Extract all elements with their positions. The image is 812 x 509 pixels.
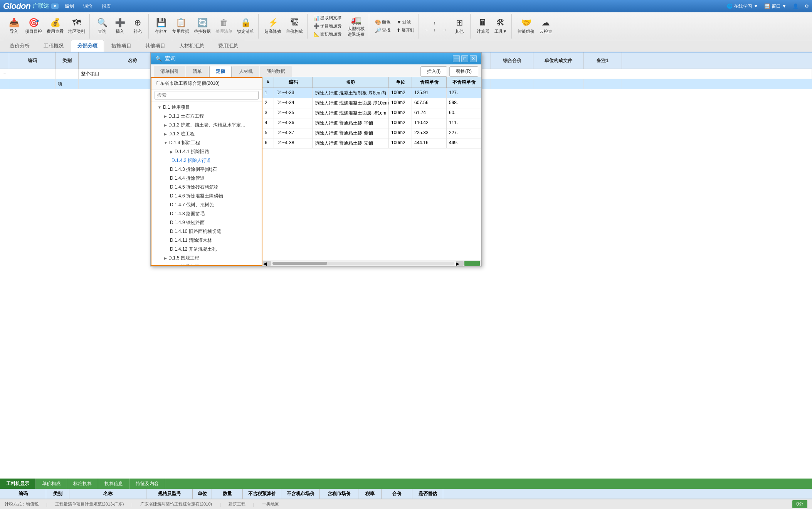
calculator-btn[interactable]: 🖩 计算器 bbox=[474, 16, 491, 37]
other-btn[interactable]: ⊞ 其他 bbox=[451, 16, 468, 37]
supplement-btn[interactable]: ⊕ 补充 bbox=[129, 16, 146, 37]
tree-item-d1-4[interactable]: ▼ D.1.4 拆除工程 bbox=[151, 138, 262, 147]
search-input[interactable] bbox=[155, 91, 259, 99]
bottom-tab-standard-convert[interactable]: 标准换算 bbox=[67, 479, 98, 489]
region-btn[interactable]: 🗺 地区类别 bbox=[66, 16, 87, 37]
save-btn[interactable]: 💾 存档▼ bbox=[153, 16, 170, 37]
tree-item-d1-4-6[interactable]: D.1.4.6 拆除混凝土障碍物 bbox=[151, 192, 262, 201]
tree-item-d1-4-11[interactable]: D.1.4.11 清除灌木林 bbox=[151, 236, 262, 245]
tree-label-d1-3: D.1.3 桩工程 bbox=[168, 131, 195, 137]
row-comp-total[interactable] bbox=[491, 79, 533, 89]
dialog-tab-materials[interactable]: 人材机 bbox=[232, 66, 259, 77]
scroll-thumb-right[interactable]: ▶ bbox=[456, 261, 464, 266]
tree-item-d1-1[interactable]: ▶ D.1.1 土石方工程 bbox=[151, 112, 262, 121]
dialog-minimize-btn[interactable]: — bbox=[453, 55, 460, 62]
tree-item-d1-6[interactable]: ▶ D.1.6 脚手架工程 bbox=[151, 263, 262, 265]
bottom-tab-convert-info[interactable]: 换算信息 bbox=[98, 479, 129, 489]
right-row[interactable]: 2 D1~4-34 拆除人行道 现浇混凝土面层 厚10cm内 100m2 607… bbox=[262, 98, 481, 108]
import-btn[interactable]: 📥 导入 bbox=[5, 16, 22, 37]
settings-btn[interactable]: ⚙ bbox=[805, 3, 809, 9]
tree-item-d1-4-3[interactable]: D.1.4.3 拆除侧平(缘)石 bbox=[151, 165, 262, 174]
row-minus[interactable]: － bbox=[0, 69, 9, 79]
reuse-btn[interactable]: 📋 复用数据 bbox=[170, 16, 191, 37]
tree-item-d1-4-2[interactable]: D.1.4.2 拆除人行道 bbox=[151, 156, 262, 165]
dialog-title-right: — □ ✕ bbox=[453, 55, 477, 62]
tree-item-d1-4-5[interactable]: D.1.4.5 拆除砖石构筑物 bbox=[151, 183, 262, 192]
lock-btn[interactable]: 🔒 锁定清单 bbox=[235, 16, 256, 37]
right-row[interactable]: 4 D1~4-36 拆除人行道 普通粘土砖 平铺 100m2 110.42 11… bbox=[262, 118, 481, 128]
dialog-maximize-btn[interactable]: □ bbox=[461, 55, 468, 62]
scroll-thumb-left[interactable]: ◀ bbox=[263, 261, 271, 266]
bottom-tab-unit-price[interactable]: 单价构成 bbox=[36, 479, 67, 489]
efficiency-btn[interactable]: ⚡ 超高降效 bbox=[262, 16, 283, 37]
dialog-replace-btn[interactable]: 替换(R) bbox=[449, 66, 478, 77]
dialog-tab-quota[interactable]: 定额 bbox=[209, 66, 232, 77]
bottom-tab-labor[interactable]: 工料机显示 bbox=[0, 479, 36, 489]
tab-partial-items[interactable]: 分部分项 bbox=[71, 40, 104, 52]
bottom-tab-feature[interactable]: 特征及内容 bbox=[129, 479, 165, 489]
window-btn[interactable]: 🪟 窗口 ▼ bbox=[764, 3, 787, 10]
large-machine-btn[interactable]: 🚛 大型机械进退场费 bbox=[346, 16, 366, 37]
tab-measures[interactable]: 措施项目 bbox=[105, 40, 138, 52]
right-row[interactable]: 6 D1~4-38 拆除人行道 普通粘土砖 立铺 100m2 444.16 44… bbox=[262, 138, 481, 148]
project-check-btn[interactable]: 🎯 项目目检 bbox=[23, 16, 44, 37]
insert-btn[interactable]: ➕ 插入 bbox=[111, 16, 128, 37]
organize-btn[interactable]: 🗑 整理清单 bbox=[214, 16, 234, 37]
dialog-tab-my-data[interactable]: 我的数据 bbox=[260, 66, 292, 77]
right-row[interactable]: 5 D1~4-37 拆除人行道 普通粘土砖 侧铺 100m2 225.33 22… bbox=[262, 128, 481, 138]
tools-btn[interactable]: 🛠 工具▼ bbox=[492, 16, 509, 37]
tab-project-overview[interactable]: 工程概况 bbox=[37, 40, 70, 52]
row-unit-file[interactable] bbox=[533, 79, 583, 89]
smart-price-btn[interactable]: 🤝 智能组价 bbox=[516, 16, 536, 37]
move-down-btn[interactable]: ↓ bbox=[432, 27, 440, 33]
tab-cost-summary[interactable]: 费用汇总 bbox=[212, 40, 245, 52]
move-up-btn[interactable]: ↑ bbox=[432, 20, 440, 26]
area-fee-btn[interactable]: 📐 面积增加费 bbox=[311, 30, 343, 38]
expand-btn[interactable]: ⬆ 展开到 bbox=[395, 27, 416, 34]
scroll-right-btn[interactable] bbox=[464, 261, 480, 266]
row-type[interactable] bbox=[55, 69, 79, 79]
scroll-thumb[interactable] bbox=[272, 262, 327, 265]
color-btn[interactable]: 🎨 颜色 bbox=[373, 19, 392, 26]
right-row[interactable]: 1 D1~4-33 拆除人行道 混凝土预制板 厚8cm内 100m2 125.9… bbox=[262, 88, 481, 98]
row-code[interactable] bbox=[9, 69, 55, 79]
filter-btn[interactable]: ▼ 过滤 bbox=[395, 19, 416, 26]
replace-data-btn[interactable]: 🔄 替换数据 bbox=[192, 16, 213, 37]
cloud-check-btn[interactable]: ☁ 云检查 bbox=[537, 16, 554, 37]
dialog-tab-list-guide[interactable]: 清单指引 bbox=[154, 66, 185, 77]
find-btn[interactable]: 🔎 查找 bbox=[373, 27, 392, 34]
top-menu-price[interactable]: 调价 bbox=[83, 3, 92, 10]
steel-support-btn[interactable]: 📊 提取钢支撑 bbox=[311, 14, 343, 22]
tree-item-d1-4-7[interactable]: D.1.4.7 伐树、挖树蔸 bbox=[151, 201, 262, 209]
dialog-insert-btn[interactable]: 插入(I) bbox=[420, 66, 447, 77]
query-btn[interactable]: 🔍 查询 bbox=[94, 16, 111, 37]
row-minus[interactable] bbox=[0, 79, 9, 89]
tree-item-d1-2[interactable]: ▶ D.1.2 护坡、挡土墙、沟槽及水平定… bbox=[151, 121, 262, 130]
tree-item-d1-5[interactable]: ▶ D.1.5 围堰工程 bbox=[151, 254, 262, 263]
online-study[interactable]: 🌐 在线学习 ▼ bbox=[727, 3, 758, 10]
top-menu-edit[interactable]: 编制 bbox=[65, 3, 74, 10]
tab-labor-materials[interactable]: 人材机汇总 bbox=[173, 40, 211, 52]
tree-item-d1[interactable]: ▼ D.1 通用项目 bbox=[151, 103, 262, 112]
tab-cost-analysis[interactable]: 造价分析 bbox=[3, 40, 36, 52]
row-note[interactable] bbox=[583, 79, 622, 89]
tab-other-items[interactable]: 其他项目 bbox=[139, 40, 172, 52]
dialog-close-btn[interactable]: ✕ bbox=[470, 55, 477, 62]
user-btn[interactable]: 👤 bbox=[793, 3, 799, 9]
top-menu-report[interactable]: 报表 bbox=[102, 3, 111, 10]
unit-price-btn[interactable]: 🏗 单价构成 bbox=[284, 16, 305, 37]
tree-item-d1-4-9[interactable]: D.1.4.9 铁刨路面 bbox=[151, 218, 262, 227]
tree-item-d1-4-4[interactable]: D.1.4.4 拆除管道 bbox=[151, 174, 262, 183]
tree-item-d1-4-1[interactable]: ▶ D.1.4.1 拆除旧路 bbox=[151, 147, 262, 156]
move-right-btn[interactable]: → bbox=[440, 27, 449, 33]
tree-item-d1-4-8[interactable]: D.1.4.8 路面凿毛 bbox=[151, 209, 262, 218]
tree-item-d1-3[interactable]: ▶ D.1.3 桩工程 bbox=[151, 130, 262, 138]
tree-item-d1-4-10[interactable]: D.1.4.10 旧路面机械切缝 bbox=[151, 227, 262, 236]
right-row[interactable]: 3 D1~4-35 拆除人行道 现浇混凝土面层 增1cm 100m2 61.74… bbox=[262, 108, 481, 118]
row-code[interactable] bbox=[9, 79, 55, 89]
cost-view-btn[interactable]: 💰 费用查看 bbox=[45, 16, 66, 37]
dialog-tab-list[interactable]: 清单 bbox=[186, 66, 208, 77]
sub-fee-btn[interactable]: ➕ 子目增加费 bbox=[311, 22, 343, 30]
move-left-btn[interactable]: ← bbox=[423, 27, 431, 33]
tree-item-d1-4-12[interactable]: D.1.4.12 开凿混凝土孔 bbox=[151, 245, 262, 254]
